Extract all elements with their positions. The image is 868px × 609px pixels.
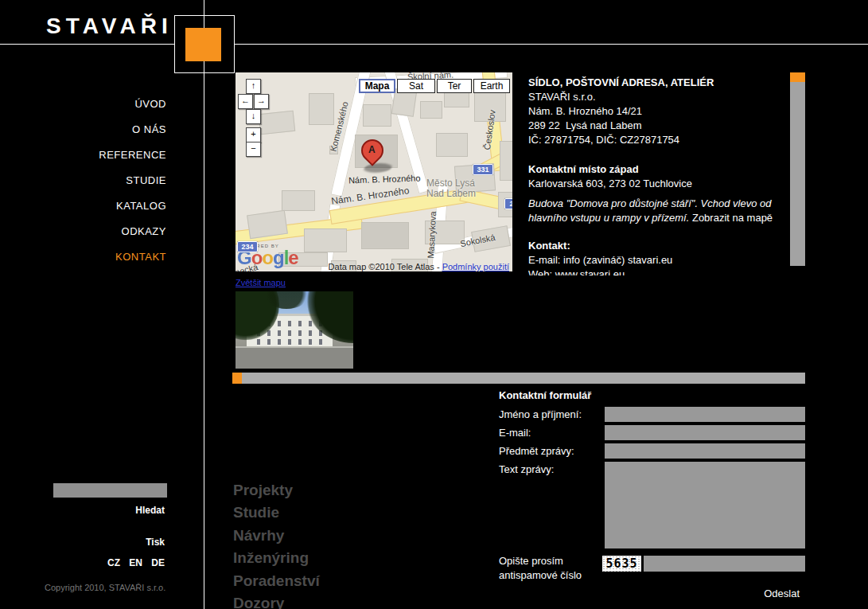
lang-cz[interactable]: CZ bbox=[107, 557, 120, 568]
route-shield-331: 331 bbox=[473, 164, 493, 175]
photo-road bbox=[235, 346, 353, 369]
address-city: 289 22 Lysá nad Labem bbox=[528, 119, 788, 133]
watermark-studie: Studie bbox=[233, 502, 320, 524]
subject-label: Předmět zprávy: bbox=[499, 445, 574, 457]
map-building bbox=[436, 133, 468, 157]
submit-button[interactable]: Odeslat bbox=[720, 588, 800, 599]
sidebar-divider-line bbox=[204, 0, 204, 609]
company-name: STAVAŘI s.r.o. bbox=[528, 90, 788, 104]
map-type-mapa[interactable]: Mapa bbox=[359, 79, 395, 93]
nav-item-uvod[interactable]: ÚVOD bbox=[0, 98, 166, 123]
watermark-projekty: Projekty bbox=[233, 479, 320, 502]
nav-item-odkazy[interactable]: ODKAZY bbox=[0, 225, 166, 251]
pan-right-button[interactable]: → bbox=[254, 94, 269, 109]
logo-orange-square bbox=[185, 28, 221, 61]
map-building bbox=[304, 228, 347, 252]
language-switcher: CZ EN DE bbox=[0, 557, 165, 568]
print-link[interactable]: Tisk bbox=[0, 537, 165, 548]
route-shield-234: 234 bbox=[237, 241, 258, 252]
captcha-label-line1: Opište prosím bbox=[499, 555, 563, 567]
page-root: STAVAŘI ÚVOD O NÁS REFERENCE STUDIE KATA… bbox=[0, 0, 868, 609]
name-input[interactable] bbox=[605, 407, 805, 422]
west-office-address: Karlovarská 603, 273 02 Tuchlovice bbox=[528, 177, 788, 191]
divider-grey-bar bbox=[242, 373, 805, 384]
photo-windows-row bbox=[250, 339, 329, 345]
message-textarea[interactable] bbox=[605, 462, 805, 548]
map-building bbox=[309, 93, 334, 125]
nav-item-studie[interactable]: STUDIE bbox=[0, 174, 166, 200]
map-building bbox=[420, 101, 442, 119]
google-map-canvas[interactable]: Školní nám. Komenského Českoslov Nám. B.… bbox=[235, 72, 512, 271]
form-title: Kontaktní formulář bbox=[499, 389, 591, 401]
web-line: Web: www.stavari.eu bbox=[528, 267, 788, 275]
city-label-line2: Nad Labem bbox=[426, 189, 476, 199]
lang-de[interactable]: DE bbox=[151, 557, 165, 568]
lang-en[interactable]: EN bbox=[129, 557, 142, 568]
services-watermark: Projekty Studie Návrhy Inženýring Porade… bbox=[233, 479, 320, 609]
subject-input[interactable] bbox=[605, 443, 805, 459]
address-street: Nám. B. Hrozného 14/21 bbox=[528, 104, 788, 119]
pan-left-button[interactable]: ← bbox=[238, 94, 253, 109]
header-divider-line bbox=[0, 44, 868, 45]
search-input[interactable] bbox=[53, 483, 167, 498]
map-type-earth[interactable]: Earth bbox=[473, 79, 510, 93]
name-label: Jméno a příjmení: bbox=[499, 408, 582, 420]
message-label: Text zprávy: bbox=[499, 463, 554, 475]
search-button[interactable]: Hledat bbox=[0, 505, 165, 516]
captcha-input[interactable] bbox=[644, 556, 805, 572]
nav-item-katalog[interactable]: KATALOG bbox=[0, 200, 166, 225]
map-building bbox=[363, 104, 391, 127]
contact-info-title: SÍDLO, POŠTOVNÍ ADRESA, ATELIÉR bbox=[528, 76, 788, 90]
copyright-text: Copyright 2010, STAVAŘI s.r.o. bbox=[45, 583, 165, 592]
street-label-nam-hrozneho-1: Nám. B. Hrozného bbox=[348, 173, 421, 185]
watermark-dozory: Dozory bbox=[233, 592, 320, 609]
map-building bbox=[500, 141, 512, 181]
nav-item-reference[interactable]: REFERENCE bbox=[0, 149, 166, 174]
content-scrollbar[interactable] bbox=[790, 72, 805, 266]
map-type-ter[interactable]: Ter bbox=[437, 79, 472, 93]
contact-info: SÍDLO, POŠTOVNÍ ADRESA, ATELIÉR STAVAŘI … bbox=[528, 70, 788, 275]
scrollbar-orange-cap bbox=[790, 72, 805, 82]
note-line1: Budova "Domova pro důstojné stáří". Vcho… bbox=[528, 197, 788, 211]
map-type-sat[interactable]: Sat bbox=[397, 79, 435, 93]
company-ids: IČ: 27871754, DIČ: CZ27871754 bbox=[528, 133, 788, 147]
pan-down-button[interactable]: ↓ bbox=[246, 109, 261, 124]
map-building bbox=[259, 111, 295, 135]
contact-title: Kontakt: bbox=[528, 239, 788, 253]
divider-orange-square bbox=[232, 373, 242, 384]
map-type-buttons: Mapa Sat Ter Earth bbox=[359, 79, 512, 93]
pan-up-button[interactable]: ↑ bbox=[246, 79, 261, 94]
nav-item-kontakt[interactable]: KONTAKT bbox=[0, 251, 166, 276]
watermark-inzenyring: Inženýring bbox=[233, 547, 320, 569]
show-on-map-link[interactable]: Zobrazit na mapě bbox=[692, 212, 773, 224]
watermark-navrhy: Návrhy bbox=[233, 525, 320, 547]
zoom-in-button[interactable]: + bbox=[246, 127, 261, 142]
main-nav: ÚVOD O NÁS REFERENCE STUDIE KATALOG ODKA… bbox=[0, 98, 166, 276]
building-photo[interactable] bbox=[235, 291, 353, 369]
zoom-out-button[interactable]: − bbox=[246, 142, 261, 157]
email-line: E-mail: info (zavináč) stavari.eu bbox=[528, 253, 788, 267]
logo[interactable]: STAVAŘI bbox=[46, 14, 173, 39]
route-shield-2: 2 bbox=[504, 198, 512, 209]
map-building bbox=[282, 190, 315, 211]
email-input[interactable] bbox=[605, 425, 805, 440]
watermark-poradenstvi: Poradenství bbox=[233, 570, 320, 592]
map-building bbox=[361, 222, 409, 249]
west-office-title: Kontaktní místo západ bbox=[528, 162, 788, 177]
map-attribution: Data map ©2010 Tele Atlas - Podmínky pou… bbox=[329, 262, 509, 271]
enlarge-map-link[interactable]: Zvětšit mapu bbox=[235, 278, 286, 287]
note-line2: hlavního vstupu u rampy v přízemí. Zobra… bbox=[528, 211, 788, 225]
terms-of-use-link[interactable]: Podmínky použití bbox=[442, 262, 509, 271]
captcha-image: 5635 bbox=[602, 556, 641, 572]
nav-item-o-nas[interactable]: O NÁS bbox=[0, 123, 166, 149]
email-label: E-mail: bbox=[499, 427, 531, 439]
captcha-label-line2: antispamové číslo bbox=[499, 569, 582, 581]
